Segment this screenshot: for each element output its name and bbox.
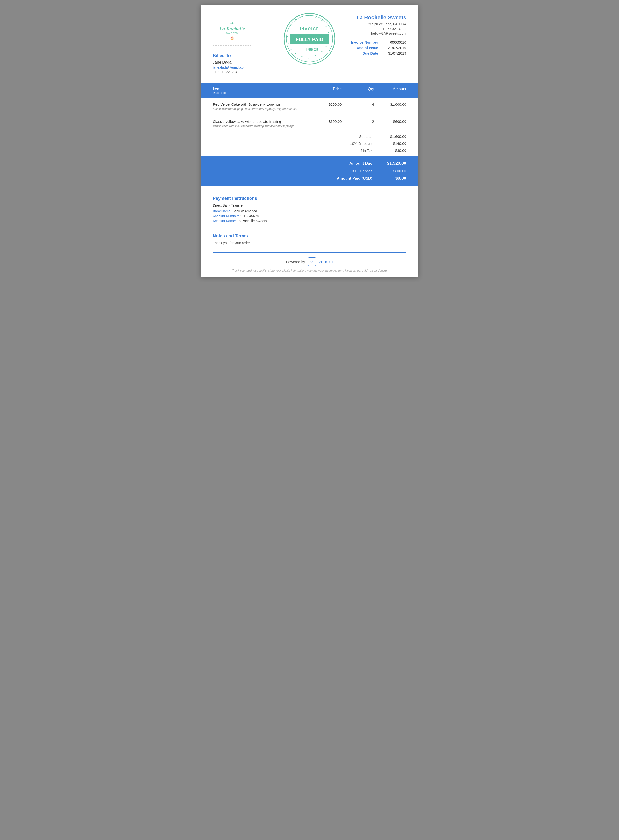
billed-to-section: Billed To Jane Dada jane.dada@email.com …	[213, 53, 251, 74]
invoice-due-label: Due Date	[362, 51, 378, 55]
svg-text:★: ★	[290, 23, 292, 25]
table-header-item: Item Description	[213, 87, 310, 94]
svg-text:★: ★	[287, 42, 289, 44]
deposit-label: 30% Deposit	[324, 169, 372, 173]
invoice-date-label: Date of Issue	[356, 46, 378, 50]
amount-due-label: Amount Due	[324, 161, 372, 166]
invoice-number-value: 00000010	[382, 40, 406, 44]
svg-text:★: ★	[325, 45, 327, 47]
svg-text:★: ★	[301, 16, 303, 18]
invoice-table-section: Item Description Price Qty Amount Red Ve…	[201, 84, 418, 132]
item-name-cell: Red Velvet Cake with Strawberry toppings…	[213, 102, 310, 111]
item-desc-1: A cake with red toppings and strawberry …	[213, 107, 310, 111]
notes-heading: Notes and Terms	[213, 234, 406, 238]
deposit-row: 30% Deposit $300.00	[213, 169, 406, 173]
svg-text:★: ★	[295, 19, 296, 21]
company-email: hello@LARsweets.com	[351, 31, 406, 35]
company-phone: +1 267 321 4321	[351, 27, 406, 31]
item-desc-2: Vanilla cake with milk chocolate frostin…	[213, 124, 310, 128]
item-name-1: Red Velvet Cake with Strawberry toppings	[213, 102, 310, 106]
company-address: 23 Spruce Lane, PA, USA	[351, 22, 406, 26]
discount-label: 10% Discount	[334, 141, 372, 145]
company-logo: ❧ La Rochelle Sweets 🎂	[213, 15, 251, 46]
notes-section: Notes and Terms Thank you for your order…	[201, 229, 418, 252]
powered-by-text: Powered by	[286, 260, 305, 264]
billed-to-label: Billed To	[213, 53, 251, 58]
bank-name-label: Bank Name:	[213, 209, 232, 213]
billed-to-email: jane.dada@email.com	[213, 66, 251, 69]
table-row: Classic yellow cake with chocolate frost…	[201, 115, 418, 132]
logo-sweets-text: Sweets	[219, 32, 245, 34]
svg-text:★: ★	[290, 48, 292, 50]
totals-section: Subtotal $1,600.00 10% Discount $160.00 …	[201, 132, 418, 153]
account-number-value: 1012345678	[240, 214, 259, 218]
tax-row: 5% Tax $80.00	[213, 148, 406, 153]
vencru-brand-text: vencru	[319, 259, 333, 264]
company-name: La Rochelle Sweets	[351, 15, 406, 21]
header-left: ❧ La Rochelle Sweets 🎂 Billed To Jane Da…	[213, 15, 251, 74]
powered-by-row: Powered by vencru	[213, 258, 406, 266]
deposit-value: $300.00	[382, 169, 406, 173]
svg-text:★: ★	[321, 19, 323, 22]
invoice-header: ❧ La Rochelle Sweets 🎂 Billed To Jane Da…	[201, 5, 418, 81]
vencru-logo-icon	[308, 258, 316, 266]
amount-due-row: Amount Due $1,520.00	[213, 161, 406, 166]
table-header-amount: Amount	[374, 87, 406, 94]
account-name-value: La Rochelle Sweets	[237, 219, 267, 223]
invoice-number-label: Invoice Number	[351, 40, 378, 44]
invoice-due-value: 31/07/2019	[382, 51, 406, 55]
amount-paid-label: Amount Paid (USD)	[324, 176, 372, 181]
svg-text:ICE: ICE	[312, 48, 319, 51]
item-qty-1: 4	[342, 102, 374, 111]
logo-icon: 🎂	[219, 36, 245, 40]
payment-heading: Payment Instructions	[213, 196, 406, 201]
svg-text:★: ★	[308, 15, 310, 17]
item-name-cell: Classic yellow cake with chocolate frost…	[213, 120, 310, 128]
subtotal-value: $1,600.00	[382, 135, 406, 139]
svg-text:FULLY PAID: FULLY PAID	[296, 37, 323, 42]
payment-section: Payment Instructions Direct Bank Transfe…	[201, 186, 418, 229]
logo-decoration: ❧	[219, 21, 245, 26]
amount-due-box: Amount Due $1,520.00 30% Deposit $300.00…	[201, 156, 418, 186]
item-amount-1: $1,000.00	[374, 102, 406, 111]
invoice-meta: Invoice Number 00000010 Date of Issue 31…	[351, 40, 406, 55]
payment-bank-name: Bank Name: Bank of America	[213, 209, 406, 213]
item-name-2: Classic yellow cake with chocolate frost…	[213, 120, 310, 124]
item-amount-2: $600.00	[374, 120, 406, 128]
invoice-due-row: Due Date 31/07/2019	[351, 51, 406, 55]
invoice-number-row: Invoice Number 00000010	[351, 40, 406, 44]
invoice-date-row: Date of Issue 31/07/2019	[351, 46, 406, 50]
account-name-label: Account Name:	[213, 219, 236, 223]
table-header-price: Price	[310, 87, 342, 94]
billed-to-name: Jane Dada	[213, 60, 251, 64]
svg-text:★: ★	[321, 51, 323, 53]
account-number-label: Account Number:	[213, 214, 239, 218]
tax-value: $80.00	[382, 148, 406, 153]
svg-text:★: ★	[308, 57, 310, 59]
tax-label: 5% Tax	[334, 148, 372, 153]
payment-account-name: Account Name: La Rochelle Sweets	[213, 219, 406, 223]
paid-stamp: ★ ★ ★ ★ ★ ★ ★ ★ ★ ★ ★ ★ ★ ★ ★ ★ ★	[283, 12, 336, 66]
svg-text:★: ★	[325, 25, 327, 27]
invoice-footer: Powered by vencru Track your business pr…	[201, 253, 418, 277]
table-row: Red Velvet Cake with Strawberry toppings…	[201, 98, 418, 115]
svg-text:★: ★	[295, 52, 296, 55]
table-header: Item Description Price Qty Amount	[201, 84, 418, 98]
billed-to-phone: +1 801 1221234	[213, 70, 251, 74]
invoice-date-value: 31/07/2019	[382, 46, 406, 50]
svg-text:★: ★	[287, 35, 288, 37]
bank-name-value: Bank of America	[232, 209, 257, 213]
amount-paid-value: $0.00	[382, 176, 406, 181]
table-header-qty: Qty	[342, 87, 374, 94]
subtotal-row: Subtotal $1,600.00	[213, 135, 406, 139]
svg-text:INVOICE: INVOICE	[300, 27, 319, 31]
notes-text: Thank you for your order. .	[213, 241, 406, 245]
discount-row: 10% Discount $160.00	[213, 141, 406, 145]
item-qty-2: 2	[342, 120, 374, 128]
item-price-1: $250.00	[310, 102, 342, 111]
footer-tagline: Track your business profits, store your …	[213, 269, 406, 273]
svg-text:★: ★	[287, 29, 289, 31]
svg-text:★: ★	[301, 55, 303, 58]
discount-value: $160.00	[382, 141, 406, 145]
amount-due-value: $1,520.00	[382, 161, 406, 166]
